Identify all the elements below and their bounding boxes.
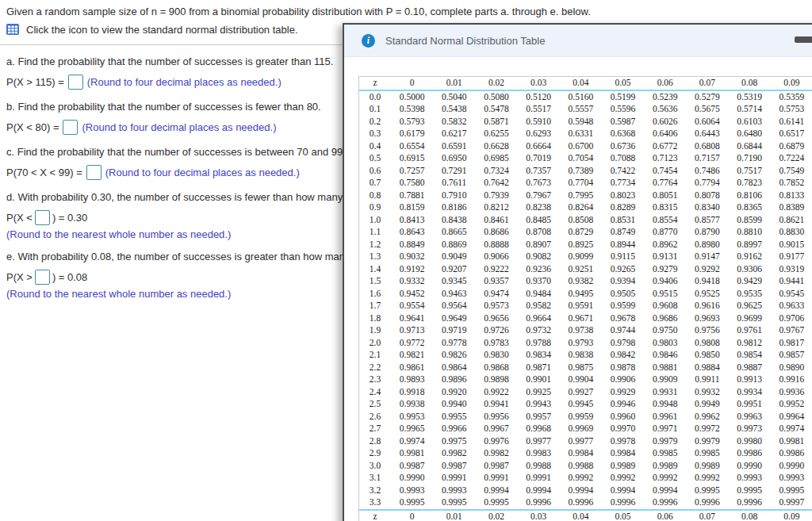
probability-cell: 0.9783 [475, 337, 517, 350]
table-link-row[interactable]: Click the icon to view the standard norm… [6, 21, 347, 37]
probability-cell: 0.7939 [475, 190, 517, 202]
probability-cell: 0.9995 [729, 485, 771, 497]
probability-cell: 0.8643 [391, 226, 433, 239]
probability-cell: 0.9909 [644, 374, 686, 386]
probability-cell: 0.9918 [391, 386, 433, 399]
probability-cell: 0.9956 [475, 411, 517, 423]
probability-cell: 0.9995 [391, 496, 433, 510]
probability-cell: 0.5910 [518, 116, 560, 128]
z-table-row: 1.60.94520.94630.94740.94840.94950.95050… [359, 288, 812, 301]
probability-cell: 0.9913 [729, 374, 771, 386]
z-table-row: 2.30.98930.98960.98980.99010.99040.99060… [359, 374, 812, 386]
probability-cell: 0.9941 [475, 398, 517, 411]
part-e: e. With probability 0.08, the number of … [6, 251, 347, 300]
probability-cell: 0.9989 [644, 460, 686, 473]
z-table-row: 1.40.91920.92070.92220.92360.92510.92650… [359, 263, 812, 276]
probability-cell: 0.8599 [729, 214, 771, 227]
part-d-prompt: d. With probability 0.30, the number of … [6, 191, 347, 203]
probability-cell: 0.9994 [560, 485, 602, 497]
probability-cell: 0.9927 [560, 386, 602, 399]
probability-cell: 0.9995 [686, 485, 728, 497]
probability-cell: 0.9974 [771, 423, 812, 435]
part-b-prompt: b. Find the probability that the number … [6, 101, 347, 113]
probability-cell: 0.9495 [560, 288, 602, 301]
probability-cell: 0.8790 [686, 226, 728, 239]
probability-cell: 0.8944 [602, 239, 644, 251]
probability-cell: 0.7852 [771, 177, 812, 190]
z-value-cell: 0.7 [359, 177, 391, 190]
part-a-answer-input[interactable] [68, 75, 83, 90]
z-value-cell: 2.5 [359, 398, 391, 411]
probability-cell: 0.06 [644, 77, 686, 90]
part-e-answer-input[interactable] [35, 270, 50, 285]
probability-cell: 0.9976 [475, 435, 517, 448]
probability-cell: 0.8023 [602, 190, 644, 202]
probability-cell: 0.9977 [518, 435, 560, 448]
probability-cell: 0.9394 [602, 275, 644, 288]
z-table-row: 3.20.99930.99930.99940.99940.99940.99940… [359, 485, 812, 497]
probability-cell: 0.9949 [686, 398, 728, 411]
probability-cell: 0.9049 [433, 251, 475, 263]
probability-cell: 0.7611 [433, 177, 475, 190]
part-e-expression-post: ) = 0.08 [52, 271, 87, 283]
probability-cell: 0.9959 [560, 411, 602, 423]
probability-cell: 0.8106 [729, 190, 771, 202]
probability-cell: 0.9082 [518, 251, 560, 263]
probability-cell: 0.5199 [602, 90, 644, 104]
part-c-prompt: c. Find the probability that the number … [6, 146, 347, 158]
probability-cell: 0.9922 [475, 386, 517, 399]
probability-cell: 0.7224 [771, 152, 812, 165]
z-table-row: 3.30.99950.99950.99950.99960.99960.99960… [359, 496, 812, 510]
part-b-answer-input[interactable] [63, 120, 78, 135]
probability-cell: 0.9997 [771, 496, 812, 510]
probability-cell: 0.9994 [644, 485, 686, 497]
probability-cell: 0.6517 [771, 128, 812, 140]
probability-cell: 0.9812 [729, 337, 771, 350]
part-a: a. Find the probability that the number … [6, 56, 347, 90]
z-value-cell: 0.9 [359, 201, 391, 214]
part-c-expression: P(70 < X < 99) = [6, 167, 82, 178]
probability-cell: 0.9995 [475, 496, 517, 510]
z-value-cell: z [359, 77, 391, 90]
probability-cell: 0.6915 [391, 152, 433, 165]
probability-cell: 0.7157 [686, 152, 728, 165]
z-table-frame: z00.010.020.030.040.050.060.070.080.090.… [358, 76, 812, 521]
probability-cell: 0.9641 [391, 312, 433, 325]
probability-cell: 0.8554 [644, 214, 686, 227]
probability-cell: 0.9222 [475, 263, 517, 276]
probability-cell: 0.8413 [391, 214, 433, 227]
z-value-cell: 0.3 [359, 128, 391, 140]
part-c-answer-input[interactable] [86, 165, 102, 180]
probability-cell: 0.5753 [771, 103, 812, 116]
probability-cell: 0.9656 [475, 312, 517, 325]
probability-cell: 0.6808 [686, 140, 728, 153]
probability-cell: 0.9846 [644, 349, 686, 362]
part-a-hint: (Round to four decimal places as needed.… [87, 76, 282, 88]
probability-cell: 0.8461 [475, 214, 517, 227]
probability-cell: 0.6628 [475, 140, 517, 153]
probability-cell: 0.7517 [729, 165, 771, 178]
probability-cell: 0.9898 [475, 374, 517, 386]
probability-cell: 0.8186 [433, 201, 475, 214]
probability-cell: 0.9884 [686, 362, 728, 374]
part-d-answer-input[interactable] [35, 210, 50, 225]
minimize-icon[interactable] [795, 36, 812, 43]
probability-cell: 0.6443 [686, 128, 728, 140]
z-table-row: 1.50.93320.93450.93570.93700.93820.93940… [359, 275, 812, 288]
z-value-cell: 0.6 [359, 165, 391, 178]
probability-cell: 0.5948 [560, 116, 602, 128]
probability-cell: 0.7580 [391, 177, 433, 190]
probability-cell: 0.8438 [433, 214, 475, 227]
probability-cell: 0.8365 [729, 201, 771, 214]
z-table-header-row: z00.010.020.030.040.050.060.070.080.09 [359, 77, 812, 90]
probability-cell: 0.8849 [391, 239, 433, 251]
z-table-footer-row: z00.010.020.030.040.050.060.070.080.09 [359, 510, 812, 521]
info-icon[interactable]: i [362, 34, 375, 48]
z-value-cell: 0.5 [359, 152, 391, 165]
z-value-cell: 2.1 [359, 349, 391, 362]
z-value-cell: z [359, 510, 391, 521]
probability-cell: 0.5832 [433, 116, 475, 128]
probability-cell: 0.6331 [560, 128, 602, 140]
probability-cell: 0.7673 [518, 177, 560, 190]
table-grid-icon[interactable] [6, 24, 19, 35]
